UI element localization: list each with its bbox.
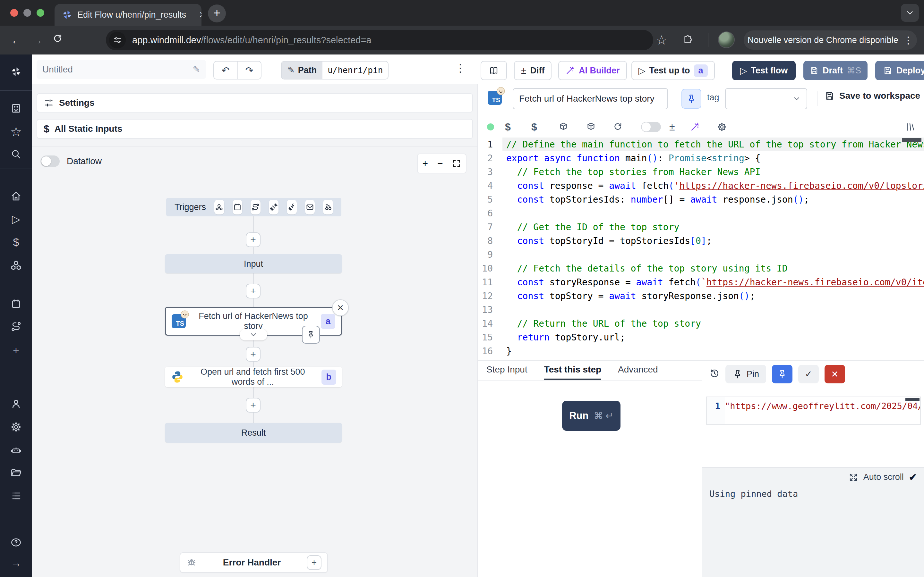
remove-step-button[interactable]: ✕ [332, 300, 349, 316]
flow-path-chip[interactable]: ✎Path u/henri/pin [281, 61, 389, 79]
code-line-4[interactable]: 4 const response = await fetch('https://… [478, 179, 924, 193]
windmill-logo[interactable] [0, 64, 32, 79]
zoom-in-button[interactable]: + [422, 158, 428, 169]
add-error-handler-button[interactable]: + [307, 555, 321, 570]
sidebar-item-home[interactable] [0, 189, 32, 204]
triggers-node[interactable]: Triggers [166, 198, 341, 216]
library-icon[interactable] [905, 122, 915, 132]
new-tab-button[interactable]: + [208, 5, 226, 23]
input-node[interactable]: Input [165, 254, 342, 274]
zoom-window-button[interactable] [37, 9, 44, 17]
pinned-data-editor[interactable]: 1 "https://www.geoffreylitt.com/2025/04/… [706, 396, 921, 425]
add-step-button[interactable]: + [246, 232, 260, 247]
pinned-editor-scrollbar[interactable] [905, 398, 919, 401]
sidebar-expand-button[interactable]: → [0, 555, 32, 571]
docs-button[interactable] [481, 61, 507, 80]
ai-builder-button[interactable]: AI Builder [558, 61, 627, 80]
undo-button[interactable]: ↶ [214, 61, 238, 79]
code-line-12[interactable]: 12 const topStory = await storyResponse.… [478, 289, 924, 303]
sidebar-item-triggers[interactable] [0, 319, 32, 334]
test-flow-button[interactable]: ▷ Test flow [732, 61, 796, 80]
schedule-trigger-button[interactable] [233, 200, 242, 214]
code-editor[interactable]: 1// Define the main function to fetch th… [478, 137, 924, 360]
editor-settings-icon[interactable] [717, 122, 727, 132]
profile-avatar[interactable] [718, 31, 735, 48]
editor-toggle[interactable] [641, 122, 661, 132]
code-line-1[interactable]: 1// Define the main function to fetch th… [478, 137, 924, 151]
sidebar-item-workspace[interactable] [0, 101, 32, 116]
pinned-step-indicator[interactable] [302, 326, 320, 343]
tab-step-input[interactable]: Step Input [486, 361, 527, 380]
sidebar-item-help[interactable] [0, 535, 32, 550]
add-step-button[interactable]: + [246, 347, 260, 362]
code-line-14[interactable]: 14 // Return the URL of the top story [478, 317, 924, 330]
browser-menu-kebab-icon[interactable]: ⋮ [903, 35, 913, 46]
address-bar[interactable]: app.windmill.dev/flows/edit/u/henri/pin_… [106, 30, 653, 50]
bookmark-star-icon[interactable]: ☆ [651, 33, 672, 47]
close-pin-button[interactable]: ✕ [825, 365, 845, 384]
draft-button[interactable]: Draft ⌘S [803, 61, 867, 80]
step-node-b[interactable]: Open url and fetch first 500 words of ..… [165, 367, 342, 387]
auto-scroll-control[interactable]: Auto scroll ✔ [849, 472, 917, 483]
browser-tab[interactable]: Edit Flow u/henri/pin_results ✕ [55, 4, 202, 26]
webhook-trigger-button[interactable] [214, 200, 224, 214]
history-button[interactable] [709, 368, 720, 380]
reload-button[interactable] [47, 33, 68, 47]
code-line-5[interactable]: 5 const topStoriesIds: number[] = await … [478, 193, 924, 206]
sidebar-item-schedules[interactable] [0, 296, 32, 311]
chrome-update-button[interactable]: Nouvelle version de Chrome disponible ⋮ [744, 31, 917, 50]
code-line-10[interactable]: 10 // Fetch the details of the top story… [478, 261, 924, 276]
site-settings-icon[interactable] [109, 32, 126, 48]
tag-select[interactable] [725, 88, 807, 109]
step-name-input[interactable] [513, 88, 668, 109]
code-line-6[interactable]: 6 [478, 206, 924, 220]
zoom-out-button[interactable]: − [437, 158, 443, 169]
pin-button[interactable]: Pin [725, 365, 766, 384]
sidebar-item-resources[interactable] [0, 258, 32, 273]
code-line-13[interactable]: 13 [478, 303, 924, 317]
diff-icon[interactable]: ± [669, 121, 675, 133]
tab-close-icon[interactable]: ✕ [197, 10, 202, 20]
more-options-kebab-icon[interactable]: ⋮ [455, 61, 466, 74]
fullscreen-button[interactable] [452, 159, 461, 168]
sidebar-item-variables[interactable]: $ [0, 234, 32, 250]
poll-trigger-button[interactable] [323, 200, 333, 214]
sidebar-item-search[interactable] [0, 147, 32, 162]
sidebar-item-add[interactable]: + [0, 343, 32, 358]
sidebar-item-users[interactable] [0, 396, 32, 412]
email-trigger-button[interactable] [305, 200, 315, 214]
tab-advanced[interactable]: Advanced [618, 361, 658, 380]
code-line-3[interactable]: 3 // Fetch the top stories from Hacker N… [478, 165, 924, 179]
sidebar-item-favorites[interactable]: ☆ [0, 124, 32, 139]
sidebar-item-runs[interactable]: ▷ [0, 211, 32, 227]
kafka-trigger-button[interactable] [287, 200, 297, 214]
code-line-16[interactable]: 16} [478, 344, 924, 358]
test-up-to-button[interactable]: ▷ Test up to a [632, 61, 715, 80]
code-line-7[interactable]: 7 // Get the ID of the top story [478, 220, 924, 234]
package-icon[interactable] [586, 122, 596, 132]
all-static-inputs-button[interactable]: $ All Static Inputs [37, 119, 473, 139]
minimize-window-button[interactable] [23, 9, 31, 17]
sidebar-item-workers[interactable] [0, 443, 32, 458]
sidebar-item-folders[interactable] [0, 465, 32, 480]
ai-assistant-icon[interactable] [690, 122, 700, 132]
dataflow-toggle[interactable] [40, 155, 60, 167]
code-line-8[interactable]: 8 const topStoryId = topStoriesIds[0]; [478, 234, 924, 248]
package-icon[interactable] [558, 122, 569, 132]
save-to-workspace-button[interactable]: Save to workspace [825, 91, 920, 101]
http-route-trigger-button[interactable] [250, 200, 260, 214]
variables-icon[interactable]: $ [531, 121, 537, 133]
static-inputs-icon[interactable]: $ [505, 121, 511, 133]
flow-name-field[interactable]: Untitled ✎ [37, 60, 206, 79]
tab-search-button[interactable] [901, 4, 919, 22]
code-line-2[interactable]: 2export async function main(): Promise<s… [478, 151, 924, 165]
tab-test-this-step[interactable]: Test this step [544, 361, 601, 380]
collapse-step-button[interactable] [240, 329, 267, 340]
sidebar-item-settings[interactable] [0, 419, 32, 435]
step-node-a[interactable]: TS Fetch url of HackerNews top story a ✕ [165, 307, 342, 335]
diff-button[interactable]: ± Diff [514, 61, 551, 80]
flow-settings-button[interactable]: Settings [37, 93, 473, 113]
pin-active-button[interactable] [772, 365, 792, 384]
websocket-trigger-button[interactable] [269, 200, 279, 214]
add-step-button[interactable]: + [246, 284, 260, 298]
